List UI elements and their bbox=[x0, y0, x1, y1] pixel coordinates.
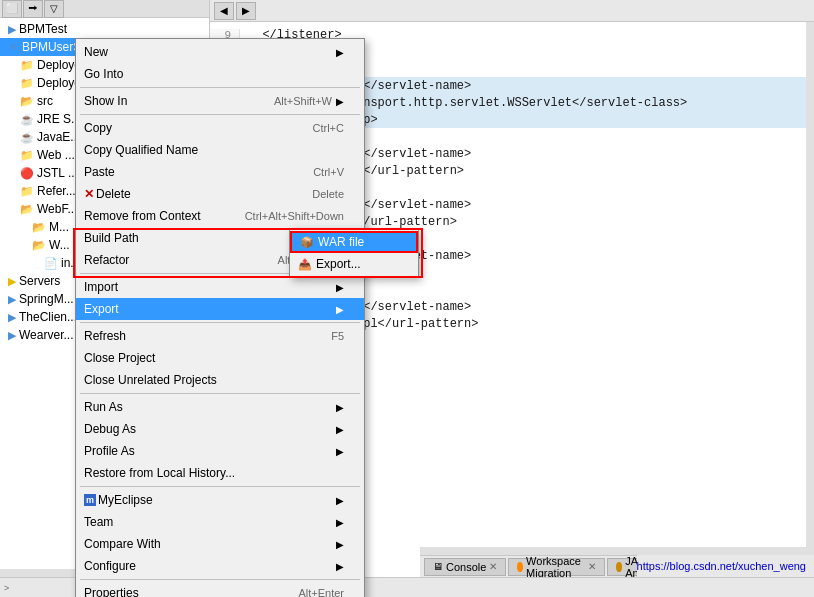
folder-icon-8: 📂 bbox=[32, 239, 46, 252]
menu-label-import: Import bbox=[84, 280, 118, 294]
bottom-tab-workspace[interactable]: Workspace Migration ✕ bbox=[508, 558, 605, 576]
shortcut-removectx: Ctrl+Alt+Shift+Down bbox=[245, 210, 344, 222]
bottom-tab-console[interactable]: 🖥 Console ✕ bbox=[424, 558, 506, 576]
project-icon: ▶ bbox=[8, 23, 16, 36]
menu-item-removectx[interactable]: Remove from Context Ctrl+Alt+Shift+Down bbox=[76, 205, 364, 227]
menu-item-closeunrelated[interactable]: Close Unrelated Projects bbox=[76, 369, 364, 391]
project-icon-3: ▶ bbox=[8, 293, 16, 306]
shortcut-copy: Ctrl+C bbox=[313, 122, 344, 134]
menu-label-refactor: Refactor bbox=[84, 253, 129, 267]
separator-7 bbox=[80, 579, 360, 580]
menu-label-export: Export bbox=[84, 302, 119, 316]
menu-item-export[interactable]: Export ▶ bbox=[76, 298, 364, 320]
menu-item-paste[interactable]: Paste Ctrl+V bbox=[76, 161, 364, 183]
menu-item-copy[interactable]: Copy Ctrl+C bbox=[76, 117, 364, 139]
menu-item-delete[interactable]: ✕ Delete Delete bbox=[76, 183, 364, 205]
menu-label-removectx: Remove from Context bbox=[84, 209, 201, 223]
menu-label-compare: Compare With bbox=[84, 537, 161, 551]
toolbar-btn-2[interactable]: ⮕ bbox=[23, 0, 43, 18]
shortcut-refresh: F5 bbox=[331, 330, 344, 342]
submenu-item-export[interactable]: 📤 Export... bbox=[290, 253, 418, 275]
delete-icon: ✕ bbox=[84, 187, 94, 201]
menu-item-showin[interactable]: Show In Alt+Shift+W ▶ bbox=[76, 90, 364, 112]
workspace-dot-icon bbox=[517, 562, 523, 572]
arrow-icon-compare: ▶ bbox=[336, 539, 344, 550]
arrow-icon-myeclipse: ▶ bbox=[336, 495, 344, 506]
tree-item-bpmtest[interactable]: ▶ BPMTest bbox=[0, 20, 209, 38]
menu-label-debugas: Debug As bbox=[84, 422, 136, 436]
arrow-icon-profileas: ▶ bbox=[336, 446, 344, 457]
bottom-tab-label-workspace: Workspace Migration bbox=[526, 555, 585, 579]
menu-label-myeclipse: MyEclipse bbox=[98, 493, 153, 507]
java-icon-1: ☕ bbox=[20, 113, 34, 126]
menu-label-refresh: Refresh bbox=[84, 329, 126, 343]
java-icon-3: 🔴 bbox=[20, 167, 34, 180]
war-file-icon: 📦 bbox=[300, 236, 314, 249]
tree-label-theclient: TheClien... bbox=[19, 310, 77, 324]
folder-icon-6: 📂 bbox=[20, 203, 34, 216]
arrow-icon-import: ▶ bbox=[336, 282, 344, 293]
shortcut-paste: Ctrl+V bbox=[313, 166, 344, 178]
tree-label-bpmtest: BPMTest bbox=[19, 22, 67, 36]
xml-icon-1: 📄 bbox=[44, 257, 58, 270]
tree-label-javae: JavaE... bbox=[37, 130, 80, 144]
menu-item-configure[interactable]: Configure ▶ bbox=[76, 555, 364, 577]
menu-item-copyqualified[interactable]: Copy Qualified Name bbox=[76, 139, 364, 161]
menu-item-import[interactable]: Import ▶ bbox=[76, 276, 364, 298]
editor-scrollbar-v[interactable] bbox=[806, 22, 814, 547]
tree-label-wearver: Wearver... bbox=[19, 328, 73, 342]
editor-toolbar-btn-2[interactable]: ▶ bbox=[236, 2, 256, 20]
folder-icon-9: ▶ bbox=[8, 275, 16, 288]
separator-1 bbox=[80, 87, 360, 88]
menu-item-new[interactable]: New ▶ bbox=[76, 41, 364, 63]
context-menu: New ▶ Go Into Show In Alt+Shift+W ▶ Copy… bbox=[75, 38, 365, 597]
submenu-item-warfile[interactable]: 📦 WAR file bbox=[290, 231, 418, 253]
export-dots-icon: 📤 bbox=[298, 258, 312, 271]
arrow-icon-showin: ▶ bbox=[336, 96, 344, 107]
menu-item-closeproject[interactable]: Close Project bbox=[76, 347, 364, 369]
menu-label-showin: Show In bbox=[84, 94, 127, 108]
editor-toolbar: ◀ ▶ bbox=[210, 0, 814, 22]
menu-label-buildpath: Build Path bbox=[84, 231, 139, 245]
console-icon: 🖥 bbox=[433, 561, 443, 572]
project-icon-5: ▶ bbox=[8, 329, 16, 342]
tab-close-workspace[interactable]: ✕ bbox=[588, 561, 596, 572]
menu-item-profileas[interactable]: Profile As ▶ bbox=[76, 440, 364, 462]
separator-2 bbox=[80, 114, 360, 115]
menu-label-configure: Configure bbox=[84, 559, 136, 573]
menu-item-compare[interactable]: Compare With ▶ bbox=[76, 533, 364, 555]
tree-label-w: W... bbox=[49, 238, 70, 252]
menu-item-refresh[interactable]: Refresh F5 bbox=[76, 325, 364, 347]
menu-label-closeproject: Close Project bbox=[84, 351, 155, 365]
url-text: https://blog.csdn.net/xuchen_weng bbox=[637, 560, 806, 572]
editor-toolbar-btn-1[interactable]: ◀ bbox=[214, 2, 234, 20]
menu-label-paste: Paste bbox=[84, 165, 115, 179]
arrow-icon-runas: ▶ bbox=[336, 402, 344, 413]
menu-item-restore[interactable]: Restore from Local History... bbox=[76, 462, 364, 484]
menu-item-debugas[interactable]: Debug As ▶ bbox=[76, 418, 364, 440]
menu-label-copy: Copy bbox=[84, 121, 112, 135]
project-icon-4: ▶ bbox=[8, 311, 16, 324]
menu-label-copyqualified: Copy Qualified Name bbox=[84, 143, 198, 157]
toolbar-btn-1[interactable]: ⬜ bbox=[2, 0, 22, 18]
tab-close-console[interactable]: ✕ bbox=[489, 561, 497, 572]
separator-6 bbox=[80, 486, 360, 487]
menu-label-restore: Restore from Local History... bbox=[84, 466, 235, 480]
folder-icon-1: 📁 bbox=[20, 59, 34, 72]
menu-item-team[interactable]: Team ▶ bbox=[76, 511, 364, 533]
arrow-icon-debugas: ▶ bbox=[336, 424, 344, 435]
tree-label-m: M... bbox=[49, 220, 69, 234]
shortcut-showin: Alt+Shift+W bbox=[274, 95, 332, 107]
separator-5 bbox=[80, 393, 360, 394]
menu-item-goto[interactable]: Go Into bbox=[76, 63, 364, 85]
toolbar-btn-3[interactable]: ▽ bbox=[44, 0, 64, 18]
folder-icon-2: 📁 bbox=[20, 77, 34, 90]
arrow-icon-configure: ▶ bbox=[336, 561, 344, 572]
tree-label-src: src bbox=[37, 94, 53, 108]
menu-item-myeclipse[interactable]: m MyEclipse ▶ bbox=[76, 489, 364, 511]
menu-label-new: New bbox=[84, 45, 108, 59]
tree-label-servers: Servers bbox=[19, 274, 60, 288]
sidebar-footer-text: > bbox=[4, 583, 9, 593]
menu-item-runas[interactable]: Run As ▶ bbox=[76, 396, 364, 418]
menu-item-properties[interactable]: Properties Alt+Enter bbox=[76, 582, 364, 597]
